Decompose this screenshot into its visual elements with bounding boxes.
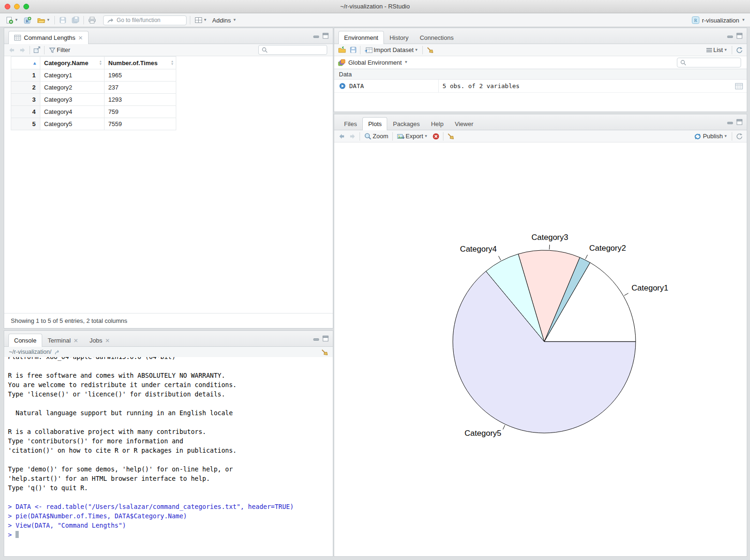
minimize-pane-icon[interactable] [313,336,319,342]
viewer-search-box[interactable] [258,45,327,55]
import-dataset-button[interactable]: Import Dataset ▼ [364,45,419,55]
print-button[interactable] [87,15,97,25]
refresh-icon[interactable] [735,46,743,53]
tab-console[interactable]: Console [8,334,42,347]
publish-button[interactable]: Publish ▼ [693,131,728,142]
chevron-down-icon: ▼ [233,18,237,22]
environment-object-row[interactable]: DATA 5 obs. of 2 variables [334,80,747,93]
minimize-pane-icon[interactable] [727,119,733,125]
plots-pane: Files Plots Packages Help Viewer Zoom Ex… [334,114,747,557]
console-prompt-line[interactable]: > [8,530,333,539]
export-plot-button[interactable]: Export ▼ [396,131,429,142]
tab-viewer[interactable]: Viewer [449,117,479,130]
times-cell: 759 [105,106,176,118]
save-button[interactable] [58,15,68,25]
category-name-cell: Category1 [40,69,105,82]
tab-history[interactable]: History [384,31,414,44]
tab-packages[interactable]: Packages [387,117,425,130]
new-project-icon: R [23,16,32,24]
remove-plot-icon[interactable] [432,133,440,140]
filter-button[interactable]: Filter [48,45,71,55]
main-toolbar: ▼ R ▼ ▼ Addins ▼ [0,14,750,27]
tab-label: Files [344,120,357,127]
previous-plot-icon[interactable] [338,133,345,140]
goto-directory-icon[interactable] [54,349,61,355]
console-output-line [8,493,333,502]
tab-jobs[interactable]: Jobs ✕ [84,334,116,347]
project-menu[interactable]: R r-visualization ▼ [691,16,745,24]
open-file-button[interactable]: ▼ [36,15,51,25]
plot-canvas: Category1Category2Category3Category4Cate… [334,142,747,556]
list-view-button[interactable]: List ▼ [705,45,728,55]
goto-file-box[interactable] [103,15,187,25]
toolbar-separator [443,132,443,141]
tab-plots[interactable]: Plots [362,117,387,130]
toolbar-separator [44,46,45,54]
refresh-plot-icon[interactable] [735,133,743,140]
times-cell: 1965 [105,69,176,82]
goto-file-input[interactable] [116,16,177,24]
pie-label-tick [624,293,629,296]
toolbar-separator [190,16,190,24]
search-icon [680,60,686,66]
expand-object-icon[interactable] [339,82,346,90]
load-workspace-icon[interactable] [338,46,346,53]
tab-environment[interactable]: Environment [338,31,384,44]
new-project-button[interactable]: R [22,15,33,25]
column-header-number-of-times[interactable]: Number.of.Times ▲▼ [105,57,176,69]
column-header-category-name[interactable]: Category.Name ▲▼ [40,57,105,69]
next-plot-icon[interactable] [349,133,356,140]
tab-files[interactable]: Files [338,117,362,130]
chevron-down-icon: ▼ [424,134,428,138]
scope-selector[interactable]: Global Environment ▼ [348,59,408,66]
save-workspace-icon[interactable] [350,46,357,53]
maximize-pane-icon[interactable] [322,33,329,39]
console-output-line: Natural language support but running in … [8,408,333,418]
tab-command-lengths[interactable]: Command Lengths ✕ [8,31,89,44]
maximize-pane-icon[interactable] [322,336,329,342]
chevron-down-icon: ▼ [203,18,207,22]
publish-icon [694,133,702,140]
zoom-plot-button[interactable]: Zoom [363,131,389,142]
chevron-down-icon: ▼ [414,48,418,52]
new-file-button[interactable]: ▼ [5,15,19,25]
close-icon[interactable]: ✕ [105,337,110,344]
tab-help[interactable]: Help [425,117,449,130]
environment-tabstrip: Environment History Connections [334,28,747,44]
addins-menu[interactable]: Addins ▼ [211,15,238,25]
close-icon[interactable]: ✕ [74,337,78,344]
toolbar-separator [30,46,30,54]
console-output-line [8,361,333,371]
pane-layout-button[interactable]: ▼ [194,15,208,25]
row-number-cell: 4 [11,106,40,118]
view-data-grid-icon[interactable] [735,83,743,90]
tab-terminal[interactable]: Terminal ✕ [42,334,84,347]
toolbar-separator [422,46,423,54]
chevron-down-icon: ▼ [404,60,408,64]
clear-environment-broom-icon[interactable] [426,46,434,53]
list-icon [706,47,712,53]
clear-console-broom-icon[interactable] [321,349,328,356]
row-number-cell: 3 [11,94,40,106]
clear-plots-broom-icon[interactable] [447,133,454,140]
console-output[interactable]: Platform: x86_64-apple-darwin15.6.0 (64-… [4,357,333,556]
table-row: 1Category11965 [11,69,176,82]
column-label: Number.of.Times [108,60,158,67]
save-all-button[interactable] [71,15,80,25]
minimize-pane-icon[interactable] [313,33,319,39]
console-cursor [15,531,19,538]
forward-icon[interactable] [19,47,26,53]
maximize-pane-icon[interactable] [736,33,742,39]
table-row: 2Category2237 [11,82,176,94]
close-icon[interactable]: ✕ [78,35,83,41]
back-icon[interactable] [8,47,15,53]
tab-connections[interactable]: Connections [414,31,459,44]
row-number-header[interactable]: ▲ [11,57,40,69]
viewer-search-input[interactable] [270,46,316,54]
popout-window-icon[interactable] [33,46,41,53]
environment-search-box[interactable] [677,58,741,67]
console-command-line: > pie(DATA$Number.of.Times, DATA$Categor… [8,511,333,521]
environment-search-input[interactable] [688,59,735,66]
maximize-pane-icon[interactable] [736,119,742,125]
minimize-pane-icon[interactable] [727,33,733,39]
